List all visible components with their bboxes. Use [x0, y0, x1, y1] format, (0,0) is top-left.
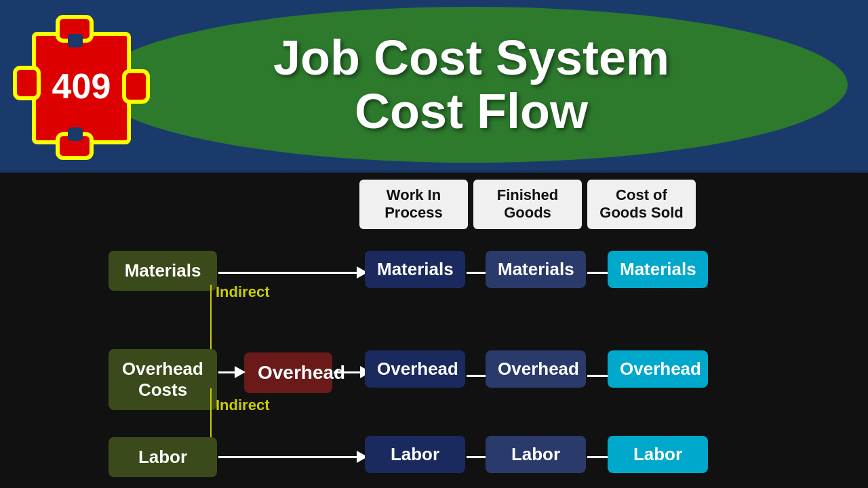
fg-labor: Labor — [486, 436, 586, 473]
title-ellipse: Job Cost System Cost Flow — [95, 7, 848, 163]
svg-rect-4 — [124, 71, 148, 102]
title-line2: Cost Flow — [355, 84, 588, 138]
fg-overhead: Overhead — [486, 350, 586, 388]
arrow-line — [218, 371, 235, 373]
overhead-middle: Overhead — [244, 352, 332, 393]
arrow-line — [218, 456, 357, 458]
cogs-header: Cost ofGoods Sold — [587, 180, 696, 229]
overhead-costs-source: OverheadCosts — [108, 349, 217, 410]
arrow-head — [235, 366, 245, 378]
title-line1: Job Cost System — [273, 30, 669, 85]
svg-rect-5 — [68, 34, 83, 47]
indirect-bottom-label: Indirect — [216, 396, 269, 414]
labor-to-wip-arrow — [218, 451, 368, 463]
cogs-materials: Materials — [608, 251, 708, 288]
fg-header: FinishedGoods — [473, 180, 582, 229]
column-headers: Work InProcess FinishedGoods Cost ofGood… — [359, 180, 696, 229]
arrow-line — [334, 371, 360, 373]
svg-rect-2 — [15, 68, 39, 98]
wip-labor: Labor — [365, 436, 465, 473]
cogs-overhead: Overhead — [608, 350, 708, 388]
wip-materials: Materials — [365, 251, 465, 288]
indirect-top-label: Indirect — [216, 283, 269, 301]
wip-header: Work InProcess — [359, 180, 468, 229]
cogs-labor: Labor — [608, 436, 708, 473]
materials-to-wip-arrow — [218, 266, 368, 279]
badge-number: 409 — [52, 66, 111, 106]
svg-rect-6 — [68, 127, 83, 141]
arrow-line — [218, 272, 357, 274]
content-area: Work InProcess FinishedGoods Cost ofGood… — [0, 173, 868, 488]
fg-materials: Materials — [486, 251, 586, 288]
wip-overhead: Overhead — [365, 350, 465, 388]
labor-source: Labor — [108, 437, 217, 477]
puzzle-decoration: 409 — [7, 7, 156, 183]
svg-text:409: 409 — [52, 66, 111, 106]
overhead-source-arrow — [218, 366, 245, 378]
main-title: Job Cost System Cost Flow — [273, 31, 669, 138]
materials-source: Materials — [108, 251, 217, 291]
